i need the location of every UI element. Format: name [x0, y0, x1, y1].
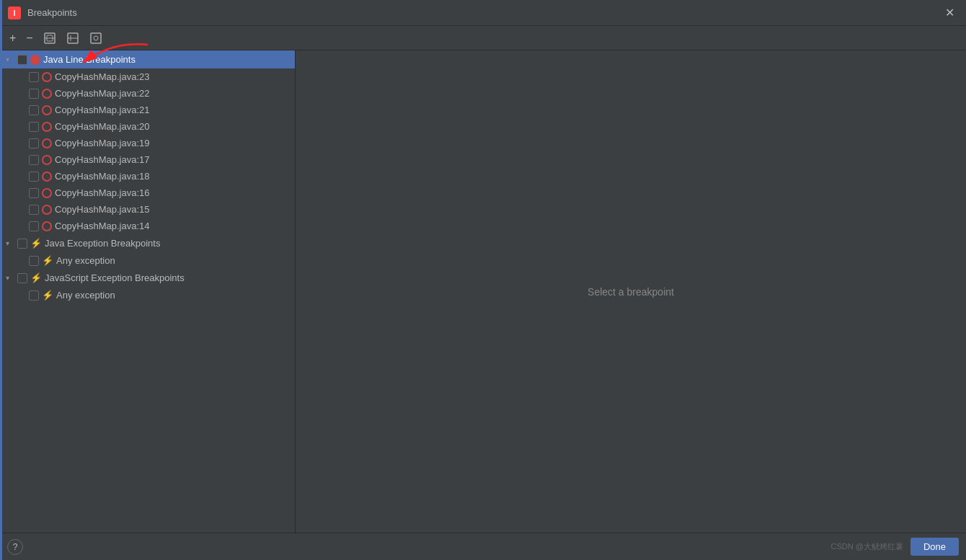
breakpoint-circle-icon: [42, 105, 52, 115]
import-button[interactable]: [63, 30, 83, 47]
group-label: Java Exception Breakpoints: [45, 238, 160, 249]
item-label: CopyHashMap.java:16: [55, 187, 150, 198]
breakpoint-circle-icon: [42, 155, 52, 165]
add-button[interactable]: +: [6, 30, 19, 47]
lightning-icon: ⚡: [42, 255, 53, 266]
group-label: JavaScript Exception Breakpoints: [45, 272, 185, 283]
item-label: Any exception: [56, 255, 115, 266]
done-button[interactable]: Done: [910, 538, 959, 556]
export-button[interactable]: [40, 30, 60, 47]
close-button[interactable]: ✕: [941, 4, 959, 21]
item-checkbox[interactable]: [29, 122, 39, 132]
item-label: CopyHashMap.java:21: [55, 105, 150, 115]
list-item[interactable]: CopyHashMap.java:16: [0, 185, 295, 201]
item-checkbox[interactable]: [29, 72, 39, 82]
right-panel: Select a breakpoint: [296, 50, 966, 533]
remove-button[interactable]: −: [22, 30, 36, 47]
javascript-exception-breakpoints-group[interactable]: ▾ ⚡ JavaScript Exception Breakpoints: [0, 269, 295, 287]
list-item[interactable]: CopyHashMap.java:21: [0, 102, 295, 118]
breakpoint-circle-icon: [42, 89, 52, 99]
breakpoint-circle-icon: [42, 172, 52, 182]
bottom-bar: ? CSDN @大鱿烤红薯 Done: [0, 533, 966, 560]
list-item[interactable]: CopyHashMap.java:22: [0, 85, 295, 102]
breakpoint-circle-icon: [42, 138, 52, 148]
left-panel: ▾ Java Line Breakpoints CopyHashMap.java…: [0, 50, 296, 533]
java-exception-breakpoints-group[interactable]: ▾ ⚡ Java Exception Breakpoints: [0, 234, 295, 252]
java-line-breakpoints-group[interactable]: ▾ Java Line Breakpoints: [0, 50, 295, 68]
group-checkbox[interactable]: [17, 273, 27, 283]
title-bar: I Breakpoints ✕: [0, 0, 966, 26]
breakpoint-icon: [30, 55, 40, 65]
item-checkbox[interactable]: [29, 155, 39, 165]
list-item[interactable]: CopyHashMap.java:14: [0, 218, 295, 234]
view-button[interactable]: [86, 30, 106, 47]
item-checkbox[interactable]: [29, 205, 39, 215]
svg-point-9: [94, 36, 98, 40]
list-item[interactable]: CopyHashMap.java:18: [0, 168, 295, 185]
list-item[interactable]: CopyHashMap.java:15: [0, 201, 295, 218]
breakpoint-circle-icon: [42, 72, 52, 82]
left-edge-accent: [0, 0, 2, 560]
breakpoint-circle-icon: [42, 221, 52, 231]
list-item[interactable]: ⚡ Any exception: [0, 252, 295, 269]
group-checkbox[interactable]: [17, 55, 27, 65]
main-content: ▾ Java Line Breakpoints CopyHashMap.java…: [0, 50, 966, 533]
item-checkbox[interactable]: [29, 172, 39, 182]
item-label: CopyHashMap.java:22: [55, 88, 150, 99]
collapse-chevron: ▾: [6, 239, 14, 247]
item-label: CopyHashMap.java:15: [55, 204, 150, 215]
item-checkbox[interactable]: [29, 256, 39, 266]
item-checkbox[interactable]: [29, 221, 39, 231]
window-title: Breakpoints: [27, 7, 941, 18]
item-label: CopyHashMap.java:14: [55, 221, 150, 231]
item-checkbox[interactable]: [29, 89, 39, 99]
collapse-chevron: ▾: [6, 55, 14, 63]
item-label: CopyHashMap.java:18: [55, 171, 150, 182]
item-label: CopyHashMap.java:20: [55, 121, 150, 132]
item-label: CopyHashMap.java:17: [55, 154, 150, 165]
toolbar: + −: [0, 26, 966, 50]
list-item[interactable]: CopyHashMap.java:17: [0, 151, 295, 168]
list-item[interactable]: CopyHashMap.java:19: [0, 135, 295, 151]
breakpoint-circle-icon: [42, 122, 52, 132]
list-item[interactable]: CopyHashMap.java:23: [0, 68, 295, 85]
breakpoint-circle-icon: [42, 188, 52, 198]
watermark-text: CSDN @大鱿烤红薯: [831, 541, 903, 552]
list-item[interactable]: CopyHashMap.java:20: [0, 118, 295, 135]
lightning-icon: ⚡: [42, 290, 53, 301]
list-item[interactable]: ⚡ Any exception: [0, 287, 295, 303]
lightning-icon: ⚡: [30, 238, 42, 249]
item-checkbox[interactable]: [29, 290, 39, 301]
collapse-chevron: ▾: [6, 274, 14, 282]
item-checkbox[interactable]: [29, 138, 39, 148]
group-checkbox[interactable]: [17, 239, 27, 249]
svg-rect-8: [91, 33, 101, 43]
breakpoints-dialog: I Breakpoints ✕ + −: [0, 0, 966, 560]
group-label: Java Line Breakpoints: [43, 54, 136, 65]
item-label: Any exception: [56, 290, 115, 301]
item-label: CopyHashMap.java:23: [55, 71, 150, 82]
lightning-icon: ⚡: [30, 272, 42, 283]
help-button[interactable]: ?: [7, 539, 23, 555]
app-icon: I: [7, 6, 22, 20]
svg-text:I: I: [13, 9, 15, 17]
breakpoint-circle-icon: [42, 205, 52, 215]
item-checkbox[interactable]: [29, 105, 39, 115]
placeholder-text: Select a breakpoint: [588, 286, 674, 298]
item-checkbox[interactable]: [29, 188, 39, 198]
item-label: CopyHashMap.java:19: [55, 138, 150, 148]
